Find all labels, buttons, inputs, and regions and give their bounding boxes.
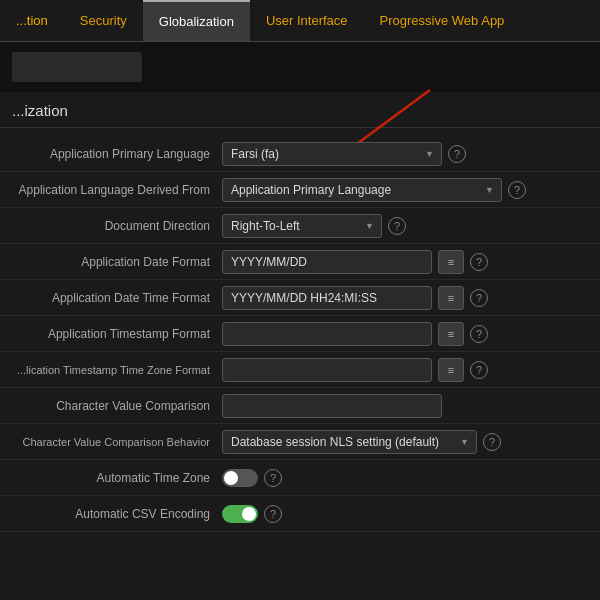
control-char-value-comparison-behavior: Database session NLS setting (default) L… (222, 430, 588, 454)
label-document-direction: Document Direction (12, 219, 222, 233)
select-app-language-derived[interactable]: Application Primary Language Browser Set… (222, 178, 502, 202)
help-icon-document-direction[interactable]: ? (388, 217, 406, 235)
field-char-value-comparison-behavior: Character Value Comparison Behavior Data… (0, 424, 600, 460)
label-app-primary-language: Application Primary Language (12, 147, 222, 161)
list-btn-app-timestamp-tz[interactable]: ≡ (438, 358, 464, 382)
select-char-comparison-behavior[interactable]: Database session NLS setting (default) L… (222, 430, 477, 454)
label-app-date-time-format: Application Date Time Format (12, 291, 222, 305)
tab-action[interactable]: ...tion (0, 0, 64, 41)
control-app-date-time-format: ≡ ? (222, 286, 588, 310)
control-document-direction: Right-To-Left Left-To-Right ? (222, 214, 588, 238)
help-icon-app-primary-language[interactable]: ? (448, 145, 466, 163)
field-app-date-time-format: Application Date Time Format ≡ ? (0, 280, 600, 316)
help-icon-app-language-derived[interactable]: ? (508, 181, 526, 199)
help-icon-auto-timezone[interactable]: ? (264, 469, 282, 487)
label-app-language-derived: Application Language Derived From (12, 183, 222, 197)
field-auto-csv-encoding: Automatic CSV Encoding ? (0, 496, 600, 532)
label-char-value-comparison-behavior: Character Value Comparison Behavior (12, 436, 222, 448)
select-wrapper-document-direction: Right-To-Left Left-To-Right (222, 214, 382, 238)
tab-security[interactable]: Security (64, 0, 143, 41)
tab-globalization[interactable]: Globalization (143, 0, 250, 41)
input-app-date-time-format[interactable] (222, 286, 432, 310)
label-app-date-format: Application Date Format (12, 255, 222, 269)
help-icon-auto-csv-encoding[interactable]: ? (264, 505, 282, 523)
logo-bar (0, 42, 600, 92)
field-document-direction: Document Direction Right-To-Left Left-To… (0, 208, 600, 244)
select-wrapper-app-primary-language: Farsi (fa) English (en) (222, 142, 442, 166)
list-btn-app-date-time-format[interactable]: ≡ (438, 286, 464, 310)
control-auto-csv-encoding: ? (222, 505, 588, 523)
control-app-timestamp-format: ≡ ? (222, 322, 588, 346)
help-icon-app-timestamp-tz[interactable]: ? (470, 361, 488, 379)
label-auto-timezone: Automatic Time Zone (12, 471, 222, 485)
select-wrapper-app-language-derived: Application Primary Language Browser Set… (222, 178, 502, 202)
list-btn-app-date-format[interactable]: ≡ (438, 250, 464, 274)
tab-pwa[interactable]: Progressive Web App (364, 0, 521, 41)
toggle-auto-csv-encoding[interactable] (222, 505, 258, 523)
field-auto-timezone: Automatic Time Zone ? (0, 460, 600, 496)
control-app-timestamp-tz: ≡ ? (222, 358, 588, 382)
label-auto-csv-encoding: Automatic CSV Encoding (12, 507, 222, 521)
logo (12, 52, 142, 82)
input-app-timestamp-format[interactable] (222, 322, 432, 346)
label-char-value-comparison: Character Value Comparison (12, 399, 222, 413)
toggle-auto-timezone[interactable] (222, 469, 258, 487)
field-app-timestamp-tz: ...lication Timestamp Time Zone Format ≡… (0, 352, 600, 388)
field-char-value-comparison: Character Value Comparison (0, 388, 600, 424)
input-char-value-comparison[interactable] (222, 394, 442, 418)
control-app-language-derived: Application Primary Language Browser Set… (222, 178, 588, 202)
input-app-timestamp-tz[interactable] (222, 358, 432, 382)
control-char-value-comparison (222, 394, 588, 418)
select-wrapper-char-comparison-behavior: Database session NLS setting (default) L… (222, 430, 477, 454)
select-document-direction[interactable]: Right-To-Left Left-To-Right (222, 214, 382, 238)
control-auto-timezone: ? (222, 469, 588, 487)
select-app-primary-language[interactable]: Farsi (fa) English (en) (222, 142, 442, 166)
field-app-language-derived: Application Language Derived From Applic… (0, 172, 600, 208)
label-app-timestamp-tz: ...lication Timestamp Time Zone Format (12, 364, 222, 376)
control-app-date-format: ≡ ? (222, 250, 588, 274)
help-icon-char-comparison-behavior[interactable]: ? (483, 433, 501, 451)
field-app-timestamp-format: Application Timestamp Format ≡ ? (0, 316, 600, 352)
help-icon-app-timestamp-format[interactable]: ? (470, 325, 488, 343)
form-area: Application Primary Language Farsi (fa) … (0, 128, 600, 540)
list-btn-app-timestamp-format[interactable]: ≡ (438, 322, 464, 346)
input-app-date-format[interactable] (222, 250, 432, 274)
field-app-date-format: Application Date Format ≡ ? (0, 244, 600, 280)
help-icon-app-date-format[interactable]: ? (470, 253, 488, 271)
section-title: ...ization (0, 92, 600, 128)
help-icon-app-date-time-format[interactable]: ? (470, 289, 488, 307)
label-app-timestamp-format: Application Timestamp Format (12, 327, 222, 341)
field-app-primary-language: Application Primary Language Farsi (fa) … (0, 136, 600, 172)
control-app-primary-language: Farsi (fa) English (en) ? (222, 142, 588, 166)
tab-user-interface[interactable]: User Interface (250, 0, 364, 41)
tab-bar: ...tion Security Globalization User Inte… (0, 0, 600, 42)
